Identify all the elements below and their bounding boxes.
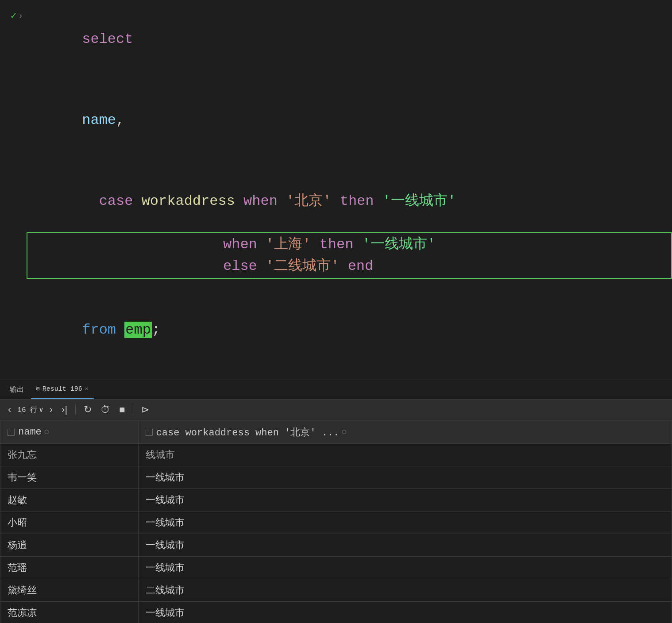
tab-result-label: Result 196 [42, 385, 82, 393]
keyword-from: from [82, 322, 124, 338]
table-row: 杨逍一线城市 [0, 534, 672, 556]
str-first-tier-2: '一线城市' [362, 235, 436, 255]
col-checkbox-case [146, 429, 153, 436]
cell-city: 一线城市 [138, 601, 672, 623]
table-header-row: name ⬡ case workaddress when '北京' ... ⬡ [0, 421, 672, 443]
keyword-then-2: then [311, 235, 362, 255]
cell-city: 线城市 [138, 443, 672, 466]
table-row: 韦一笑一线城市 [0, 466, 672, 488]
result-table: name ⬡ case workaddress when '北京' ... ⬡ … [0, 421, 672, 623]
next-page-button[interactable]: › [47, 403, 55, 416]
cell-name: 范凉凉 [0, 601, 139, 623]
str-shanghai: '上海' [266, 235, 311, 255]
refresh-button[interactable]: ↻ [81, 403, 94, 416]
last-page-button[interactable]: ›| [59, 403, 70, 416]
col-header-case: case workaddress when '北京' ... ⬡ [138, 421, 672, 443]
col-header-name: name ⬡ [0, 421, 139, 443]
clock-button[interactable]: ⏱ [98, 403, 113, 416]
cell-name: 小昭 [0, 511, 139, 534]
comma-token: , [116, 112, 124, 128]
prev-page-button[interactable]: ‹ [5, 403, 14, 416]
toolbar-divider-1 [75, 404, 76, 415]
code-line-select: ✓ › select [0, 9, 672, 70]
col-name-label: name [18, 427, 42, 438]
line-case-content: case workaddress when '北京' then '一线城市' [27, 152, 672, 231]
code-line-when2: when '上海' then '一线城市' [27, 234, 671, 256]
table-row: 赵敏一线城市 [0, 488, 672, 511]
col-checkbox-name [8, 429, 15, 436]
cell-name: 韦一笑 [0, 466, 139, 488]
str-first-tier-1: '一线城市' [382, 193, 456, 209]
tab-result[interactable]: ⊞ Result 196 × [31, 380, 94, 399]
tbl-emp: emp [124, 322, 152, 338]
cell-city: 一线城市 [138, 511, 672, 534]
line-select-content: select [27, 10, 672, 69]
keyword-else: else [223, 257, 266, 277]
cell-name: 赵敏 [0, 488, 139, 511]
table-row: 范瑶一线城市 [0, 556, 672, 579]
keyword-then-1: then [332, 193, 382, 209]
cell-city: 一线城市 [138, 534, 672, 556]
keyword-when-1: when [243, 193, 286, 209]
code-line-from: from emp; [0, 279, 672, 361]
code-line-else: else '二线城市' end [27, 256, 671, 277]
cell-name: 范瑶 [0, 556, 139, 579]
table-row: 黛绮丝二线城市 [0, 579, 672, 601]
cell-city: 一线城市 [138, 466, 672, 488]
cell-city: 二线城市 [138, 579, 672, 601]
keyword-select: select [82, 31, 133, 47]
chevron-collapse-icon[interactable]: › [18, 12, 23, 20]
tab-output-label: 输出 [10, 385, 24, 394]
cell-name: 张九忘 [0, 443, 139, 466]
col-sort-case[interactable]: ⬡ [342, 429, 346, 435]
cell-name: 黛绮丝 [0, 579, 139, 601]
pin-button[interactable]: ⊳ [139, 403, 152, 416]
col-sort-name[interactable]: ⬡ [44, 429, 49, 435]
row-count-value: 16 行 [17, 405, 37, 415]
code-line-name: name, [0, 70, 672, 151]
str-second-tier: '二线城市' [266, 257, 339, 277]
line-from-content: from emp; [27, 281, 672, 360]
line-name-content: name, [27, 71, 672, 150]
semicolon: ; [152, 322, 160, 338]
col-name-token: name [82, 112, 116, 128]
line-gutter: ✓ › [0, 10, 27, 22]
cell-city: 一线城市 [138, 488, 672, 511]
table-row: 小昭一线城市 [0, 511, 672, 534]
str-beijing: '北京' [286, 193, 331, 209]
stop-button[interactable]: ■ [116, 403, 127, 416]
cell-city: 一线城市 [138, 556, 672, 579]
code-line-case: case workaddress when '北京' then '一线城市' [0, 151, 672, 232]
keyword-when-2: when [223, 235, 266, 255]
result-toolbar: ‹ 16 行 ∨ › ›| ↻ ⏱ ■ ⊳ [0, 400, 672, 421]
table-row: 范凉凉一线城市 [0, 601, 672, 623]
keyword-case: case [99, 193, 142, 209]
bottom-panel: 输出 ⊞ Result 196 × ‹ 16 行 ∨ › ›| ↻ ⏱ ■ ⊳ [0, 380, 672, 623]
col-case-label: case workaddress when '北京' ... [156, 426, 340, 439]
tab-output[interactable]: 输出 [4, 380, 29, 399]
row-count-display: 16 行 ∨ [17, 405, 43, 415]
check-icon: ✓ [11, 10, 16, 22]
cell-name: 杨逍 [0, 534, 139, 556]
keyword-end: end [339, 257, 373, 277]
table-row: 张九忘线城市 [0, 443, 672, 466]
case-block-region: case workaddress when '北京' then '一线城市' w… [0, 151, 672, 279]
col-workaddress: workaddress [142, 193, 243, 209]
chevron-down-icon: ∨ [39, 405, 43, 414]
toolbar-divider-2 [133, 404, 133, 415]
table-icon: ⊞ [36, 385, 40, 392]
tab-close-icon[interactable]: × [85, 386, 89, 392]
panel-tabs: 输出 ⊞ Result 196 × [0, 380, 672, 400]
code-editor: ✓ › select name, case workaddress when '… [0, 0, 672, 380]
green-border-box: when '上海' then '一线城市' else '二线城市' end [27, 232, 672, 279]
